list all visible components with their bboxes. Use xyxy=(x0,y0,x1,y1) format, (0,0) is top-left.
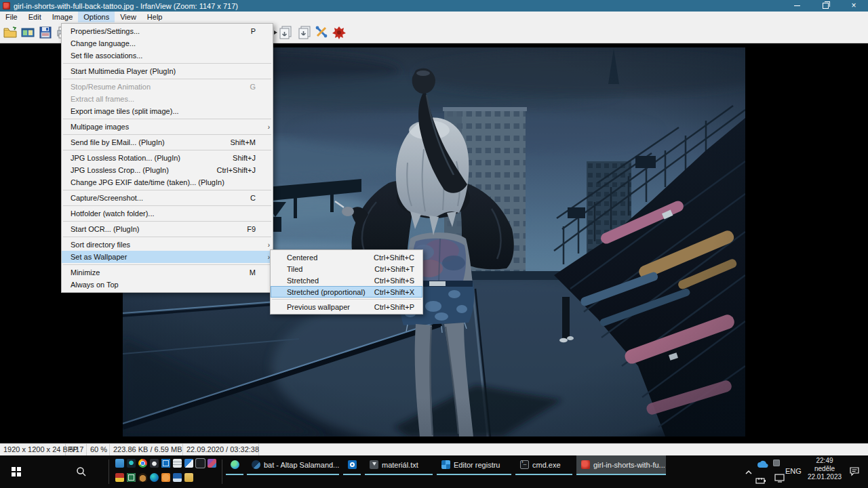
tray-network[interactable] xyxy=(774,473,785,485)
tray-app-icon[interactable] xyxy=(773,460,780,466)
taskbar-button-irfanview[interactable]: girl-in-shorts-with-fu... xyxy=(576,455,666,475)
restore-button[interactable] xyxy=(811,0,840,12)
menu-edit[interactable]: Edit xyxy=(23,12,47,22)
altap-salamander-icon xyxy=(252,460,260,469)
menu-item-change-jpg-exif[interactable]: Change JPG EXIF date/time (taken)... (Pl… xyxy=(62,176,273,188)
menu-separator xyxy=(63,221,271,222)
menu-item-label: Hotfolder (watch folder)... xyxy=(71,209,155,218)
menu-item-label: Always on Top xyxy=(71,281,119,289)
tray-battery[interactable] xyxy=(755,474,766,487)
taskbar-button-material-txt[interactable]: materiál.txt xyxy=(365,455,433,475)
menu-item-start-ocr[interactable]: Start OCR... (PlugIn)F9 xyxy=(62,223,273,235)
quicklaunch-shield-icon[interactable] xyxy=(184,459,193,468)
registry-editor-icon xyxy=(441,460,450,469)
status-file-size: 223.86 KB / 6.59 MB xyxy=(110,444,183,455)
tray-language[interactable]: ENG xyxy=(785,467,802,475)
taskbar-separator xyxy=(222,460,222,484)
menu-item-change-language[interactable]: Change language... xyxy=(62,37,273,49)
taskbar-button-cmd[interactable]: cmd.exe xyxy=(515,455,572,475)
menu-item-set-as-wallpaper[interactable]: Set as Wallpaper› xyxy=(62,251,273,263)
submenu-arrow-icon: › xyxy=(264,253,270,261)
menu-options[interactable]: Options xyxy=(78,12,115,22)
menu-item-capture-screenshot[interactable]: Capture/Screenshot...C xyxy=(62,192,273,204)
slideshow-icon[interactable] xyxy=(20,25,35,40)
quicklaunch-excel-icon[interactable] xyxy=(127,473,136,482)
menu-help[interactable]: Help xyxy=(142,12,168,22)
menu-item-multipage-images[interactable]: Multipage images› xyxy=(62,121,273,133)
menu-separator xyxy=(63,63,271,64)
restore-icon xyxy=(823,3,829,9)
quicklaunch-folder-colorful-icon[interactable] xyxy=(208,459,216,468)
irfanview-mascot-icon[interactable] xyxy=(332,25,347,40)
close-button[interactable]: × xyxy=(840,0,868,12)
submenu-item-tiled[interactable]: TiledCtrl+Shift+T xyxy=(271,263,422,274)
menu-item-set-file-associations[interactable]: Set file associations... xyxy=(62,49,273,62)
menu-separator xyxy=(63,205,271,206)
taskbar-button-outlook[interactable] xyxy=(343,455,361,475)
menu-item-label: Tiled xyxy=(287,265,302,273)
quicklaunch-coffee-icon[interactable] xyxy=(138,473,147,482)
submenu-item-stretched[interactable]: StretchedCtrl+Shift+S xyxy=(271,274,422,286)
action-center-button[interactable] xyxy=(849,466,860,479)
prev-file-icon[interactable] xyxy=(278,25,293,40)
quicklaunch-outlook-icon[interactable] xyxy=(161,459,170,468)
quicklaunch-cmd-icon[interactable] xyxy=(196,459,205,468)
tray-expand-chevron[interactable] xyxy=(745,466,753,478)
taskbar-button-registry-editor[interactable]: Editor registru xyxy=(437,455,511,475)
taskbar-search-button[interactable] xyxy=(68,455,95,488)
menu-file[interactable]: File xyxy=(0,12,23,22)
quicklaunch-sharex-icon[interactable] xyxy=(127,459,136,468)
quicklaunch-remote-desktop-icon[interactable] xyxy=(173,473,182,482)
menu-item-send-file-by-email[interactable]: Send file by EMail... (PlugIn)Shift+M xyxy=(62,136,273,148)
settings-tools-icon[interactable] xyxy=(315,25,330,40)
submenu-item-centered[interactable]: CenteredCtrl+Shift+C xyxy=(271,251,422,263)
quicklaunch-vst-icon[interactable] xyxy=(115,473,124,482)
tray-onedrive[interactable] xyxy=(757,459,769,471)
tray-clock[interactable]: 22:49 neděle 22.01.2023 xyxy=(804,457,845,481)
taskbar-button-browser[interactable] xyxy=(226,455,243,475)
save-icon[interactable] xyxy=(38,25,53,40)
taskbar-button-label: bat - Altap Salamand... xyxy=(264,461,339,469)
quicklaunch-edge-icon[interactable] xyxy=(150,473,159,482)
menu-separator xyxy=(63,134,271,135)
menu-item-label: Set as Wallpaper xyxy=(71,253,127,261)
menu-item-properties-settings[interactable]: Properties/Settings...P xyxy=(62,25,273,37)
quicklaunch-chrome-icon[interactable] xyxy=(138,459,147,468)
taskbar-button-altap-salamander[interactable]: bat - Altap Salamand... xyxy=(247,455,339,475)
menu-image[interactable]: Image xyxy=(47,12,79,22)
menu-item-sort-directory-files[interactable]: Sort directory files› xyxy=(62,239,273,251)
menu-item-shortcut: Ctrl+Shift+S xyxy=(374,277,420,285)
outlook-icon xyxy=(348,460,357,469)
quicklaunch-folder-yellow-icon[interactable] xyxy=(184,473,193,482)
menu-item-always-on-top[interactable]: Always on Top xyxy=(62,279,273,291)
menu-item-jpg-lossless-rotation[interactable]: JPG Lossless Rotation... (PlugIn)Shift+J xyxy=(62,152,273,164)
quicklaunch-display-icon[interactable] xyxy=(115,459,124,468)
menu-item-minimize[interactable]: MinimizeM xyxy=(62,266,273,279)
menu-item-export-image-tiles[interactable]: Export image tiles (split image)... xyxy=(62,105,273,117)
menu-item-extract-all-frames: Extract all frames... xyxy=(62,93,273,105)
submenu-item-stretched-proportional[interactable]: Stretched (proportional)Ctrl+Shift+X xyxy=(271,286,422,298)
menu-item-start-multimedia-player[interactable]: Start Multimedia Player (PlugIn) xyxy=(62,65,273,77)
menu-item-label: Export image tiles (split image)... xyxy=(71,107,179,115)
taskbar-button-label: girl-in-shorts-with-fu... xyxy=(593,461,665,469)
open-file-icon[interactable] xyxy=(3,25,18,40)
quicklaunch-notes-icon[interactable] xyxy=(173,459,182,468)
quicklaunch-phone-icon[interactable] xyxy=(161,473,170,482)
battery-icon xyxy=(755,477,766,484)
titlebar[interactable]: girl-in-shorts-with-full-back-tattoo.jpg… xyxy=(0,0,868,12)
next-file-icon[interactable] xyxy=(297,25,312,40)
chevron-up-icon xyxy=(745,470,753,475)
menu-separator xyxy=(63,79,271,79)
minimize-button[interactable] xyxy=(783,0,811,12)
menu-item-label: Minimize xyxy=(71,268,100,277)
windows-logo-icon xyxy=(12,467,21,476)
submenu-item-previous-wallpaper[interactable]: Previous wallpaperCtrl+Shift+P xyxy=(271,301,422,312)
menu-item-jpg-lossless-crop[interactable]: JPG Lossless Crop... (PlugIn)Ctrl+Shift+… xyxy=(62,164,273,176)
quicklaunch-panda-icon[interactable] xyxy=(150,459,159,468)
menu-item-hotfolder[interactable]: Hotfolder (watch folder)... xyxy=(62,207,273,220)
menu-view[interactable]: View xyxy=(115,12,142,22)
menu-item-label: Stretched (proportional) xyxy=(287,288,366,296)
menu-separator xyxy=(63,237,271,237)
menu-item-label: Sort directory files xyxy=(71,241,130,249)
start-button[interactable] xyxy=(0,455,33,488)
